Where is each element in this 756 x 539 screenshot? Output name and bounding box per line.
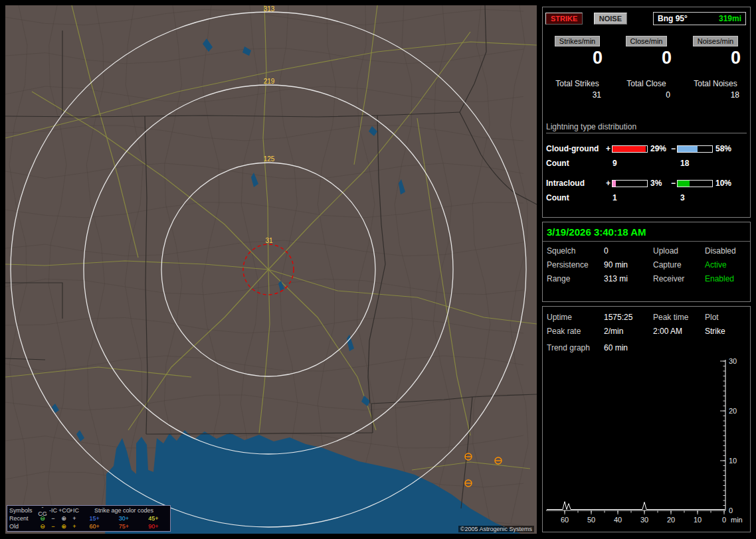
strike-button[interactable]: STRIKE xyxy=(545,13,583,25)
app-window: 313 219 125 31 Symbols -CG -IC +CG +IC S… xyxy=(0,0,756,539)
svg-text:40: 40 xyxy=(614,516,622,524)
trend-panel: Uptime 1575:25 Peak time Plot Peak rate … xyxy=(542,306,751,532)
persistence-label: Persistence xyxy=(547,260,604,270)
legend-type-header: -IC xyxy=(48,507,58,514)
total-labels: Total Strikes Total Close Total Noises xyxy=(543,79,750,88)
legend-recent-label: Recent xyxy=(9,515,37,522)
svg-text:60: 60 xyxy=(561,516,569,524)
svg-text:31: 31 xyxy=(265,237,273,244)
svg-text:30: 30 xyxy=(640,516,648,524)
y-axis-labels: 30 20 10 0 xyxy=(729,357,737,514)
svg-text:313: 313 xyxy=(264,5,275,13)
trend-window-value: 60 min xyxy=(604,343,653,352)
close-per-min-label: Close/min xyxy=(626,36,668,46)
recent-neg-cg-icon: ⊖ xyxy=(37,515,48,522)
copyright-text: ©2005 Astrogenic Systems xyxy=(458,526,534,532)
receiver-status: Enabled xyxy=(705,274,746,283)
age-code: 75+ xyxy=(119,523,129,530)
count-label: Count xyxy=(546,159,613,168)
peak-time-label: Peak time xyxy=(653,313,705,322)
svg-text:30: 30 xyxy=(729,357,737,365)
old-neg-cg-icon: ⊖ xyxy=(37,523,48,530)
status-row: Persistence 90 min Capture Active xyxy=(543,260,750,270)
old-pos-ic-icon: + xyxy=(69,523,80,530)
ic-positive-count: 1 xyxy=(613,193,680,202)
cg-positive-bar xyxy=(612,145,648,153)
status-row: Range 313 mi Receiver Enabled xyxy=(543,274,750,283)
trend-row: Peak rate 2/min 2:00 AM Strike xyxy=(543,327,750,336)
old-neg-ic-icon: − xyxy=(48,523,58,530)
ic-positive-pct: 3% xyxy=(648,179,670,188)
noise-button[interactable]: NOISE xyxy=(594,13,627,25)
strikes-per-min-value: 0 xyxy=(543,48,612,68)
cloud-ground-label: Cloud-ground xyxy=(546,144,605,153)
mode-button-row: STRIKE NOISE Bng 95° 319mi xyxy=(545,12,747,25)
plot-label: Plot xyxy=(705,313,746,322)
legend-symbols-header: Symbols xyxy=(9,507,37,514)
total-noises-label: Total Noises xyxy=(681,79,750,88)
minus-sign: − xyxy=(670,179,677,188)
capture-status: Active xyxy=(705,260,746,270)
cg-positive-pct: 29% xyxy=(648,144,670,153)
persistence-value: 90 min xyxy=(604,260,653,270)
old-pos-cg-icon: ⊕ xyxy=(58,523,69,530)
legend-type-header: +CG xyxy=(58,507,69,514)
svg-text:20: 20 xyxy=(667,516,675,524)
bearing-label: Bng 95° xyxy=(658,14,688,23)
svg-text:125: 125 xyxy=(264,155,275,163)
age-code: 60+ xyxy=(90,523,100,530)
clock: 3/19/2026 3:40:18 AM xyxy=(543,222,750,242)
svg-text:min: min xyxy=(731,516,743,524)
ic-negative-count: 3 xyxy=(680,193,685,202)
svg-text:10: 10 xyxy=(729,457,737,465)
age-code: 90+ xyxy=(148,523,158,530)
squelch-value: 0 xyxy=(604,246,653,256)
recent-neg-ic-icon: − xyxy=(48,515,58,522)
squelch-label: Squelch xyxy=(547,246,604,256)
age-code: 45+ xyxy=(148,515,158,522)
total-close-value: 0 xyxy=(612,90,681,100)
legend-old-label: Old xyxy=(9,523,37,530)
intracloud-count-row: Count 1 3 xyxy=(543,193,750,202)
cg-negative-count: 18 xyxy=(680,159,689,168)
total-strikes-label: Total Strikes xyxy=(543,79,612,88)
total-noises-value: 18 xyxy=(681,90,750,100)
trend-series xyxy=(547,502,725,510)
svg-text:0: 0 xyxy=(722,516,726,524)
ic-positive-bar xyxy=(612,180,648,187)
total-values: 31 0 18 xyxy=(543,90,750,100)
legend-age-header: Strike age color codes xyxy=(80,507,168,514)
intracloud-label: Intracloud xyxy=(546,179,605,188)
svg-text:20: 20 xyxy=(729,407,737,415)
map-legend: Symbols -CG -IC +CG +IC Strike age color… xyxy=(7,505,171,532)
peak-rate-value: 2/min xyxy=(604,327,653,336)
upload-status: Disabled xyxy=(705,246,746,256)
plus-sign: + xyxy=(605,179,612,188)
rate-values: 0 0 0 xyxy=(543,48,750,68)
age-code: 30+ xyxy=(119,515,129,522)
minus-sign: − xyxy=(670,144,677,153)
bearing-readout: Bng 95° 319mi xyxy=(653,12,746,25)
recent-pos-ic-icon: + xyxy=(69,515,80,522)
ic-negative-bar xyxy=(677,180,713,187)
trend-row: Trend graph 60 min xyxy=(543,343,750,352)
map-graphics: 313 219 125 31 xyxy=(5,5,537,534)
status-panel: 3/19/2026 3:40:18 AM Squelch 0 Upload Di… xyxy=(542,222,751,302)
total-close-label: Total Close xyxy=(612,79,681,88)
peak-time-value: 2:00 AM xyxy=(653,327,705,336)
noises-per-min-label: Noises/min xyxy=(693,36,738,46)
cloud-ground-count-row: Count 9 18 xyxy=(543,159,750,168)
axis-ticks xyxy=(565,361,725,514)
recent-pos-cg-icon: ⊕ xyxy=(58,515,69,522)
ic-negative-pct: 10% xyxy=(713,179,735,188)
peak-rate-label: Peak rate xyxy=(547,327,604,336)
legend-type-header: +IC xyxy=(69,507,80,514)
map-canvas[interactable]: 313 219 125 31 Symbols -CG -IC +CG +IC S… xyxy=(5,5,537,534)
count-label: Count xyxy=(546,193,613,202)
svg-text:0: 0 xyxy=(729,506,733,514)
range-label: Range xyxy=(547,274,604,283)
range-value: 313 mi xyxy=(604,274,653,283)
intracloud-row: Intracloud + 3% − 10% xyxy=(543,179,750,188)
strikes-per-min-label: Strikes/min xyxy=(555,36,600,46)
rate-headers: Strikes/min Close/min Noises/min xyxy=(543,35,750,46)
